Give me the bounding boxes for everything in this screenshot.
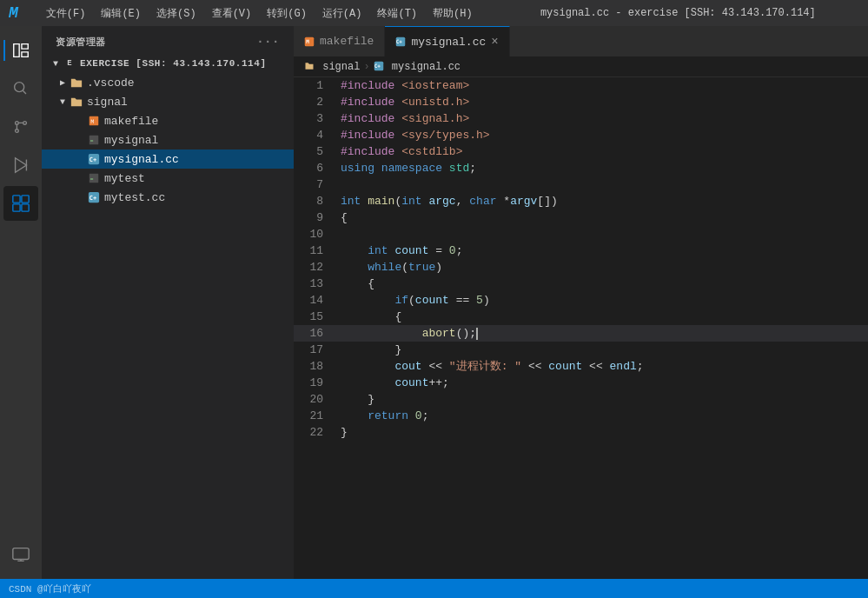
line-content-13[interactable]: { bbox=[337, 276, 868, 292]
line-number-12: 12 bbox=[294, 259, 337, 276]
line-content-5[interactable]: #include <cstdlib> bbox=[337, 143, 868, 160]
code-line-7: 7 bbox=[294, 176, 868, 193]
line-content-2[interactable]: #include <unistd.h> bbox=[337, 94, 868, 110]
vscode-logo: M bbox=[9, 4, 18, 22]
code-line-21: 21 return 0; bbox=[294, 408, 868, 424]
mysignal-icon: = bbox=[87, 133, 101, 147]
text-cursor bbox=[476, 328, 478, 340]
tree-item-label-mytest: mytest bbox=[104, 172, 145, 185]
tree-root-label: EXERCISE [SSH: 43.143.170.114] bbox=[80, 58, 267, 69]
code-line-18: 18 cout << "进程计数: " << count << endl; bbox=[294, 358, 868, 375]
tab-makefile[interactable]: M makefile bbox=[294, 26, 385, 56]
activity-run[interactable] bbox=[3, 148, 38, 183]
tree-item-label-mytest-cc: mytest.cc bbox=[104, 191, 165, 204]
menu-goto[interactable]: 转到(G) bbox=[260, 4, 314, 23]
line-content-17[interactable]: } bbox=[337, 342, 868, 358]
svg-rect-10 bbox=[13, 548, 29, 560]
activity-extensions[interactable] bbox=[3, 186, 38, 221]
line-content-14[interactable]: if(count == 5) bbox=[337, 292, 868, 309]
token: <cstdlib> bbox=[401, 145, 462, 158]
tree-item-label-mysignal: mysignal bbox=[104, 134, 158, 147]
svg-rect-7 bbox=[22, 196, 29, 203]
code-line-6: 6using namespace std; bbox=[294, 160, 868, 176]
line-content-20[interactable]: } bbox=[337, 391, 868, 408]
tab-makefile-label: makefile bbox=[320, 35, 374, 48]
code-line-17: 17 } bbox=[294, 342, 868, 358]
token: count bbox=[415, 294, 449, 307]
line-content-11[interactable]: int count = 0; bbox=[337, 243, 868, 259]
sidebar-item-signal[interactable]: ▼ signal bbox=[42, 92, 294, 111]
tab-mysignal-cc-label: mysignal.cc bbox=[411, 36, 486, 49]
svg-marker-4 bbox=[16, 158, 27, 173]
line-content-6[interactable]: using namespace std; bbox=[337, 160, 868, 176]
sidebar-item-mysignal-cc[interactable]: C+ mysignal.cc bbox=[42, 150, 294, 169]
line-content-8[interactable]: int main(int argc, char *argv[]) bbox=[337, 193, 868, 209]
activity-remote[interactable] bbox=[3, 537, 38, 572]
token: ; bbox=[456, 244, 463, 257]
line-number-21: 21 bbox=[294, 408, 337, 424]
line-number-4: 4 bbox=[294, 127, 337, 143]
menu-help[interactable]: 帮助(H) bbox=[426, 4, 480, 23]
token: <sys/types.h> bbox=[401, 129, 489, 142]
sidebar-item-mysignal[interactable]: = mysignal bbox=[42, 130, 294, 150]
token: char bbox=[469, 195, 496, 208]
title-bar: M 文件(F) 编辑(E) 选择(S) 查看(V) 转到(G) 运行(A) 终端… bbox=[0, 0, 868, 26]
line-content-15[interactable]: { bbox=[337, 309, 868, 325]
tab-mysignal-cc[interactable]: C+ mysignal.cc × bbox=[385, 26, 509, 56]
tree-item-label-mysignal-cc: mysignal.cc bbox=[104, 153, 179, 166]
line-number-8: 8 bbox=[294, 193, 337, 209]
menu-file[interactable]: 文件(F) bbox=[39, 4, 93, 23]
token: #include bbox=[341, 129, 394, 142]
line-content-10[interactable] bbox=[337, 226, 868, 243]
token: #include bbox=[341, 145, 394, 158]
line-number-17: 17 bbox=[294, 342, 337, 358]
sidebar-item-mytest-cc[interactable]: C+ mytest.cc bbox=[42, 188, 294, 207]
line-content-4[interactable]: #include <sys/types.h> bbox=[337, 127, 868, 143]
menu-edit[interactable]: 编辑(E) bbox=[94, 4, 148, 23]
arrow-signal: ▼ bbox=[56, 95, 70, 109]
token bbox=[374, 162, 381, 175]
activity-explorer[interactable] bbox=[3, 33, 38, 68]
line-content-1[interactable]: #include <iostream> bbox=[337, 77, 868, 94]
sidebar-item-mytest[interactable]: = mytest bbox=[42, 169, 294, 188]
code-editor[interactable]: 1#include <iostream>2#include <unistd.h>… bbox=[294, 77, 868, 579]
breadcrumb-signal[interactable]: signal bbox=[304, 61, 360, 73]
token: main bbox=[368, 195, 394, 208]
line-content-22[interactable]: } bbox=[337, 424, 868, 441]
menu-run[interactable]: 运行(A) bbox=[315, 4, 369, 23]
token: #include bbox=[341, 112, 394, 125]
sidebar-item-vscode[interactable]: ▶ .vscode bbox=[42, 73, 294, 92]
token bbox=[341, 261, 368, 274]
code-line-20: 20 } bbox=[294, 391, 868, 408]
token bbox=[341, 244, 368, 257]
line-number-13: 13 bbox=[294, 276, 337, 292]
breadcrumb: signal › C+ mysignal.cc bbox=[294, 56, 868, 77]
sidebar-item-makefile[interactable]: M makefile bbox=[42, 111, 294, 130]
token: << bbox=[521, 360, 548, 373]
makefile-icon: M bbox=[87, 114, 101, 128]
line-content-12[interactable]: while(true) bbox=[337, 259, 868, 276]
token bbox=[442, 162, 449, 175]
token: <signal.h> bbox=[401, 112, 469, 125]
menu-terminal[interactable]: 终端(T) bbox=[370, 4, 424, 23]
line-number-10: 10 bbox=[294, 226, 337, 243]
activity-search[interactable] bbox=[3, 71, 38, 106]
breadcrumb-file[interactable]: C+ mysignal.cc bbox=[374, 61, 461, 73]
code-line-22: 22} bbox=[294, 424, 868, 441]
sidebar-more-button[interactable]: ··· bbox=[256, 35, 280, 49]
activity-git[interactable] bbox=[3, 110, 38, 144]
menu-select[interactable]: 选择(S) bbox=[149, 4, 203, 23]
tree-root[interactable]: ▼ E EXERCISE [SSH: 43.143.170.114] bbox=[42, 54, 294, 73]
line-content-9[interactable]: { bbox=[337, 209, 868, 226]
svg-rect-6 bbox=[13, 196, 20, 203]
line-content-16[interactable]: abort(); bbox=[337, 325, 868, 342]
line-content-18[interactable]: cout << "进程计数: " << count << endl; bbox=[337, 358, 868, 375]
token: argv bbox=[510, 195, 537, 208]
line-number-22: 22 bbox=[294, 424, 337, 441]
menu-view[interactable]: 查看(V) bbox=[205, 4, 259, 23]
tab-close-mysignal-cc[interactable]: × bbox=[491, 36, 498, 48]
line-content-7[interactable] bbox=[337, 176, 868, 193]
line-content-19[interactable]: count++; bbox=[337, 375, 868, 391]
line-content-21[interactable]: return 0; bbox=[337, 408, 868, 424]
line-content-3[interactable]: #include <signal.h> bbox=[337, 110, 868, 127]
